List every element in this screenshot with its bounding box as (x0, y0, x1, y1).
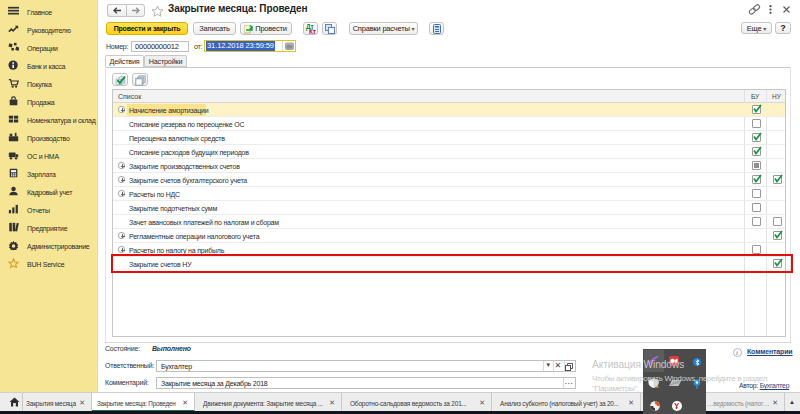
svg-text:i: i (736, 349, 738, 357)
